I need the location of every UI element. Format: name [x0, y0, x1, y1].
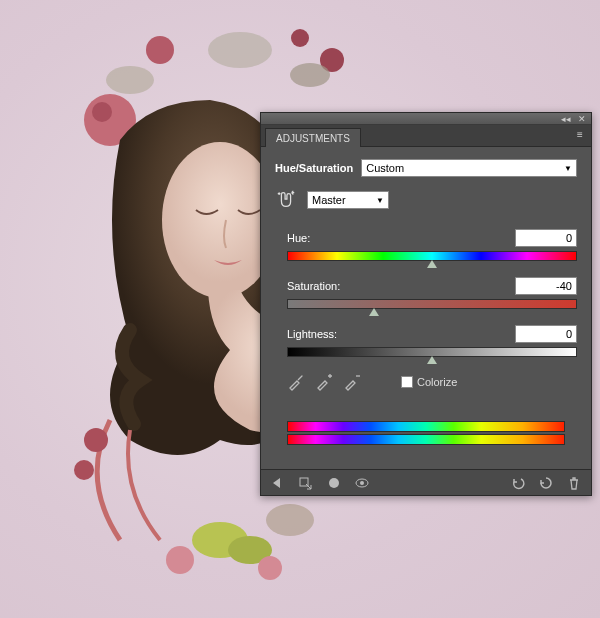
panel-tabs: ADJUSTMENTS ≡: [261, 125, 591, 147]
collapse-icon[interactable]: ◂◂: [559, 114, 573, 124]
preset-select[interactable]: Custom ▼: [361, 159, 577, 177]
saturation-track[interactable]: [287, 299, 577, 309]
saturation-thumb[interactable]: [369, 308, 379, 316]
chevron-down-icon: ▼: [564, 164, 572, 173]
output-spectrum: [287, 434, 565, 445]
colorize-checkbox[interactable]: [401, 376, 413, 388]
svg-point-6: [290, 63, 330, 87]
hue-thumb[interactable]: [427, 260, 437, 268]
saturation-slider-block: Saturation:: [287, 277, 577, 309]
color-range-value: Master: [312, 194, 346, 206]
panel-body: Hue/Saturation Custom ▼ Master ▼ Hue:: [261, 147, 591, 469]
lightness-thumb[interactable]: [427, 356, 437, 364]
lightness-label: Lightness:: [287, 328, 337, 340]
svg-point-15: [258, 556, 282, 580]
hue-slider-block: Hue:: [287, 229, 577, 261]
lightness-track[interactable]: [287, 347, 577, 357]
clip-to-layer-button[interactable]: [297, 474, 315, 492]
lightness-slider-block: Lightness:: [287, 325, 577, 357]
adjustments-panel: ◂◂ ✕ ADJUSTMENTS ≡ Hue/Saturation Custom…: [260, 112, 592, 496]
svg-point-13: [266, 504, 314, 536]
svg-point-5: [208, 32, 272, 68]
hue-track[interactable]: [287, 251, 577, 261]
panel-titlebar[interactable]: ◂◂ ✕: [261, 113, 591, 125]
eyedropper-row: Colorize: [287, 373, 577, 391]
svg-point-10: [74, 460, 94, 480]
eyedropper-icon[interactable]: [287, 373, 305, 391]
svg-point-7: [106, 66, 154, 94]
svg-point-1: [92, 102, 112, 122]
svg-point-2: [146, 36, 174, 64]
saturation-value-input[interactable]: [515, 277, 577, 295]
close-icon[interactable]: ✕: [575, 114, 589, 124]
spectrum-bars: [287, 421, 565, 445]
reset-button[interactable]: [537, 474, 555, 492]
hue-label: Hue:: [287, 232, 310, 244]
preset-value: Custom: [366, 162, 404, 174]
back-button[interactable]: [269, 474, 287, 492]
adjustment-title: Hue/Saturation: [275, 162, 353, 174]
panel-footer: [261, 469, 591, 495]
chevron-down-icon: ▼: [376, 196, 384, 205]
eyedropper-subtract-icon[interactable]: [343, 373, 361, 391]
previous-state-button[interactable]: [509, 474, 527, 492]
targeted-adjustment-icon[interactable]: [275, 189, 297, 211]
input-spectrum[interactable]: [287, 421, 565, 432]
svg-point-3: [291, 29, 309, 47]
svg-point-19: [360, 481, 364, 485]
tab-adjustments[interactable]: ADJUSTMENTS: [265, 128, 361, 147]
panel-menu-icon[interactable]: ≡: [573, 129, 587, 143]
view-mask-button[interactable]: [325, 474, 343, 492]
eyedropper-add-icon[interactable]: [315, 373, 333, 391]
colorize-label: Colorize: [417, 376, 457, 388]
lightness-value-input[interactable]: [515, 325, 577, 343]
svg-point-17: [329, 478, 339, 488]
color-range-select[interactable]: Master ▼: [307, 191, 389, 209]
svg-point-9: [84, 428, 108, 452]
svg-point-14: [166, 546, 194, 574]
saturation-label: Saturation:: [287, 280, 340, 292]
toggle-visibility-button[interactable]: [353, 474, 371, 492]
hue-value-input[interactable]: [515, 229, 577, 247]
trash-button[interactable]: [565, 474, 583, 492]
